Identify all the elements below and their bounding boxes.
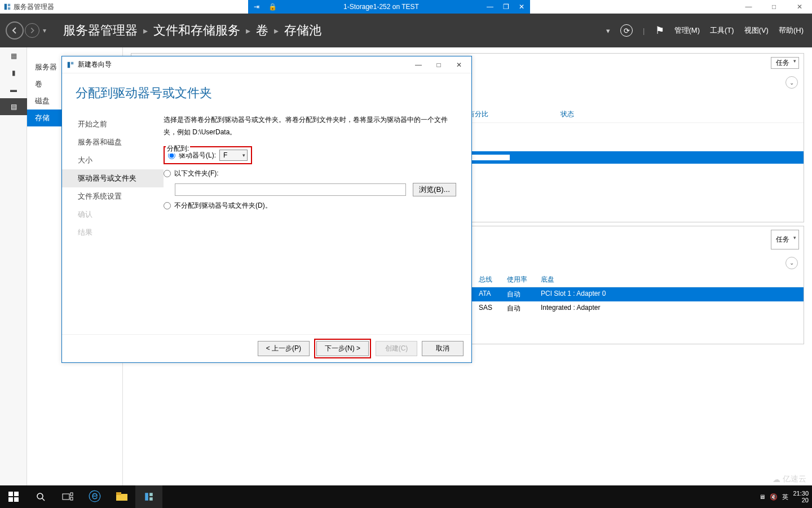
svg-rect-9 [14,497,19,502]
svg-rect-17 [145,493,148,501]
menu-tools[interactable]: 工具(T) [710,25,734,36]
breadcrumb-item[interactable]: 文件和存储服务 [153,22,240,39]
step-before[interactable]: 开始之前 [62,115,164,133]
menu-manage[interactable]: 管理(M) [674,25,700,36]
server-manager-taskbar-icon[interactable] [135,485,162,508]
outer-minimize-button[interactable]: — [736,0,761,14]
clock[interactable]: 21:30 20 [793,490,809,503]
explorer-icon[interactable] [108,485,135,508]
pin-icon[interactable]: ⇥ [251,2,262,12]
sound-icon[interactable]: 🔇 [770,493,778,501]
wizard-titlebar: 新建卷向导 — □ ✕ [62,56,471,73]
step-server-disk[interactable]: 服务器和磁盘 [62,133,164,151]
disk-expand-button[interactable]: ⌄ [785,257,798,269]
vm-close-button[interactable]: ✕ [517,2,527,12]
menu-view[interactable]: 视图(V) [744,25,769,36]
svg-rect-16 [116,492,121,495]
dashboard-icon[interactable]: ▦ [0,47,27,64]
wizard-maximize-button[interactable]: □ [429,58,449,72]
nav-back-button[interactable] [6,21,24,40]
svg-rect-12 [63,494,69,500]
outer-window-controls: — □ ✕ [736,0,812,14]
folder-path-input[interactable] [175,183,406,196]
expand-button[interactable]: ⌄ [785,76,798,89]
lock-icon[interactable]: 🔒 [267,2,277,12]
start-button[interactable] [0,485,27,508]
wizard-footer: < 上一步(P) 下一步(N) > 创建(C) 取消 [62,334,471,362]
flag-icon[interactable]: ⚑ [655,24,664,37]
cell-chassis: Integrated : Adapter [541,304,798,313]
pool-tasks-button[interactable]: 任务 [771,57,799,69]
step-confirm: 确认 [62,205,164,224]
option-folder[interactable]: 以下文件夹(F): [164,169,460,178]
app-title: 服务器管理器 [0,2,54,12]
step-drive-letter[interactable]: 驱动器号或文件夹 [62,169,164,187]
next-button[interactable]: 下一步(N) > [316,341,369,356]
vm-connection-bar: ⇥ 🔒 1-Storage1-252 on TEST — ❐ ✕ [248,0,530,14]
svg-rect-4 [68,62,70,68]
cell-usage: 自动 [507,304,541,313]
menu-help[interactable]: 帮助(H) [779,25,804,36]
create-button: 创建(C) [376,341,417,356]
svg-line-11 [42,498,45,501]
server-manager-menu: ▾ ⟳ | ⚑ 管理(M) 工具(T) 视图(V) 帮助(H) [606,14,804,47]
svg-rect-7 [14,492,19,496]
breadcrumb-item[interactable]: 服务器管理器 [63,22,138,39]
cell-usage: 自动 [507,290,541,299]
nav-dropdown-icon[interactable]: ▾ [43,27,46,34]
col-usage[interactable]: 使用率 [507,275,541,284]
watermark: ☁亿速云 [773,474,806,484]
col-chassis[interactable]: 底盘 [541,275,798,284]
breadcrumb: 服务器管理器▸ 文件和存储服务▸ 卷▸ 存储池 [63,22,321,39]
radio-none[interactable] [164,202,171,209]
svg-rect-1 [8,4,10,6]
wizard-steps: 开始之前 服务器和磁盘 大小 驱动器号或文件夹 文件系统设置 确认 结果 [62,105,164,331]
browse-button[interactable]: 浏览(B)... [413,183,456,196]
option-none[interactable]: 不分配到驱动器号或文件夹(D)。 [164,201,460,211]
vm-title-text: 1-Storage1-252 on TEST [283,3,479,11]
ie-icon[interactable]: ⓔ [81,485,108,508]
wizard-close-button[interactable]: ✕ [449,58,469,72]
app-title-text: 服务器管理器 [14,2,54,12]
svg-rect-18 [149,493,153,496]
search-button[interactable] [27,485,54,508]
assign-group-label: 分配到: [166,144,190,154]
refresh-icon[interactable]: ⟳ [620,24,633,37]
taskview-button[interactable] [54,485,81,508]
cell-bus: ATA [479,290,507,299]
system-tray: 🖥 🔇 英 21:30 20 [759,485,809,508]
new-volume-wizard: 新建卷向导 — □ ✕ 分配到驱动器号或文件夹 开始之前 服务器和磁盘 大小 驱… [61,56,472,363]
option-drive-letter[interactable]: 驱动器号(L): F [164,146,460,164]
svg-rect-13 [70,493,73,496]
vm-restore-button[interactable]: ❐ [501,2,511,12]
cell-chassis: PCI Slot 1 : Adapter 0 [541,290,798,299]
menu-dropdown-icon[interactable]: ▾ [606,27,610,35]
network-icon[interactable]: 🖥 [759,493,765,500]
taskbar: ⓔ 🖥 🔇 英 21:30 20 [0,485,812,508]
disk-tasks-button[interactable]: 任务 [771,230,799,249]
vm-minimize-button[interactable]: — [485,2,495,12]
col-bus[interactable]: 总线 [479,275,507,284]
svg-rect-6 [8,492,13,496]
outer-maximize-button[interactable]: □ [761,0,787,14]
folder-label: 以下文件夹(F): [174,169,219,178]
step-filesystem[interactable]: 文件系统设置 [62,187,164,205]
col-status[interactable]: 状态 [561,110,798,119]
svg-rect-5 [71,62,73,64]
local-server-icon[interactable]: ▮ [0,64,27,81]
nav-forward-button[interactable] [25,23,39,38]
prev-button[interactable]: < 上一步(P) [258,341,310,356]
wizard-heading: 分配到驱动器号或文件夹 [62,73,471,105]
drive-letter-select[interactable]: F [219,150,248,161]
radio-folder[interactable] [164,170,171,177]
ime-indicator[interactable]: 英 [782,493,788,501]
step-size[interactable]: 大小 [62,151,164,169]
wizard-minimize-button[interactable]: — [408,58,429,72]
cancel-button[interactable]: 取消 [422,341,464,356]
breadcrumb-item[interactable]: 存储池 [284,22,321,39]
breadcrumb-item[interactable]: 卷 [256,22,268,39]
all-servers-icon[interactable]: ▬ [0,81,27,98]
file-storage-icon[interactable]: ▤ [0,98,27,115]
outer-close-button[interactable]: ✕ [787,0,812,14]
step-result: 结果 [62,224,164,242]
